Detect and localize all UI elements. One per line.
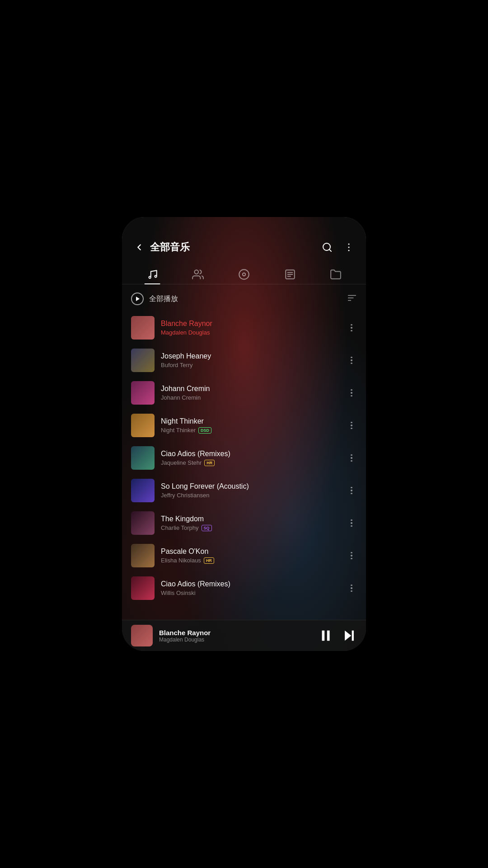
song-artist-row: Elisha NikolausHR <box>161 557 340 564</box>
song-more-button[interactable] <box>346 550 357 561</box>
song-thumbnail <box>131 479 155 502</box>
tab-playlists[interactable] <box>277 265 303 284</box>
song-thumbnail <box>131 414 155 437</box>
tab-artists[interactable] <box>185 265 211 284</box>
song-item[interactable]: Night ThinkerNight ThinkerDSD <box>122 409 366 442</box>
song-title: Johann Cremin <box>161 385 340 393</box>
header: 全部音乐 <box>122 217 366 261</box>
song-title: Night Thinker <box>161 417 340 425</box>
song-artist-row: Buford Terry <box>161 362 340 368</box>
now-playing-title: Blanche Raynor <box>159 629 312 637</box>
play-all-bar: 全部播放 <box>122 287 366 311</box>
song-more-button[interactable] <box>346 387 357 398</box>
phone-frame: 全部音乐 <box>122 217 366 651</box>
song-artist: Johann Cremin <box>161 394 201 401</box>
song-artist: Jeffry Christiansen <box>161 492 209 499</box>
song-more-button[interactable] <box>346 420 357 431</box>
song-artist-row: Jeffry Christiansen <box>161 492 340 499</box>
song-more-button[interactable] <box>346 355 357 366</box>
song-more-button[interactable] <box>346 322 357 333</box>
song-info: Blanche RaynorMagdalen Douglas <box>161 320 340 336</box>
song-item[interactable]: Blanche RaynorMagdalen Douglas <box>122 311 366 344</box>
play-all-button[interactable] <box>131 292 144 305</box>
song-title: Joseph Heaney <box>161 352 340 360</box>
header-left: 全部音乐 <box>133 241 190 254</box>
song-badge: DSD <box>198 427 211 434</box>
song-item[interactable]: Ciao Adios (Remixes)Jaqueline StehrHR <box>122 442 366 474</box>
page-title: 全部音乐 <box>150 241 190 254</box>
song-thumbnail <box>131 446 155 470</box>
tab-bar <box>122 261 366 284</box>
song-item[interactable]: Ciao Adios (Remixes)Willis Osinski <box>122 572 366 604</box>
song-title: Blanche Raynor <box>161 320 340 328</box>
more-menu-button[interactable] <box>343 241 355 254</box>
now-playing-thumb <box>131 625 153 646</box>
tab-albums[interactable] <box>231 265 257 284</box>
svg-point-6 <box>239 269 249 279</box>
song-thumbnail <box>131 349 155 372</box>
song-badge: HR <box>204 557 214 564</box>
song-title: Ciao Adios (Remixes) <box>161 450 340 458</box>
song-info: Night ThinkerNight ThinkerDSD <box>161 417 340 434</box>
now-playing-artist: Magdalen Douglas <box>159 637 312 643</box>
svg-marker-18 <box>345 631 351 641</box>
song-item[interactable]: Johann CreminJohann Cremin <box>122 377 366 409</box>
svg-point-5 <box>195 270 199 274</box>
tab-folders[interactable] <box>323 265 349 284</box>
svg-line-1 <box>329 250 331 251</box>
svg-rect-16 <box>322 631 325 641</box>
song-artist-row: Night ThinkerDSD <box>161 427 340 434</box>
song-item[interactable]: Joseph HeaneyBuford Terry <box>122 344 366 377</box>
svg-point-7 <box>243 273 246 276</box>
song-info: Ciao Adios (Remixes)Jaqueline StehrHR <box>161 450 340 466</box>
play-all-label: 全部播放 <box>149 294 178 304</box>
song-info: Joseph HeaneyBuford Terry <box>161 352 340 368</box>
song-title: The Kingdom <box>161 515 340 523</box>
sort-button[interactable] <box>347 293 357 305</box>
song-artist: Night Thinker <box>161 427 196 434</box>
song-title: So Long Forever (Acoustic) <box>161 482 340 491</box>
song-info: Johann CreminJohann Cremin <box>161 385 340 401</box>
song-thumbnail <box>131 544 155 567</box>
pause-button[interactable] <box>318 628 333 643</box>
playback-controls <box>318 628 357 643</box>
song-item[interactable]: So Long Forever (Acoustic)Jeffry Christi… <box>122 474 366 507</box>
song-more-button[interactable] <box>346 453 357 463</box>
song-item[interactable]: The KingdomCharlie TorphySQ <box>122 507 366 539</box>
song-thumbnail <box>131 316 155 340</box>
song-title: Pascale O'Kon <box>161 547 340 556</box>
song-thumbnail <box>131 511 155 535</box>
song-artist: Buford Terry <box>161 362 193 368</box>
song-badge: HR <box>204 460 215 466</box>
now-playing-bar: Blanche Raynor Magdalen Douglas <box>122 620 366 651</box>
song-info: Ciao Adios (Remixes)Willis Osinski <box>161 580 340 596</box>
song-info: So Long Forever (Acoustic)Jeffry Christi… <box>161 482 340 499</box>
song-more-button[interactable] <box>346 583 357 594</box>
song-artist-row: Johann Cremin <box>161 394 340 401</box>
song-badge: SQ <box>202 525 212 531</box>
song-artist: Charlie Torphy <box>161 524 199 531</box>
svg-rect-19 <box>352 631 354 641</box>
header-actions <box>321 241 355 254</box>
song-more-button[interactable] <box>346 485 357 496</box>
svg-marker-12 <box>136 297 140 301</box>
song-artist: Elisha Nikolaus <box>161 557 201 564</box>
tab-songs[interactable] <box>139 265 165 284</box>
app-content: 全部音乐 <box>122 217 366 651</box>
next-button[interactable] <box>342 628 357 643</box>
song-artist: Jaqueline Stehr <box>161 459 202 466</box>
back-button[interactable] <box>133 241 145 254</box>
song-artist-row: Willis Osinski <box>161 590 340 596</box>
song-artist: Willis Osinski <box>161 590 196 596</box>
song-thumbnail <box>131 381 155 405</box>
search-button[interactable] <box>321 241 333 254</box>
play-all-left: 全部播放 <box>131 292 178 305</box>
song-info: Pascale O'KonElisha NikolausHR <box>161 547 340 564</box>
svg-rect-17 <box>327 631 330 641</box>
song-artist: Magdalen Douglas <box>161 329 210 336</box>
song-more-button[interactable] <box>346 518 357 528</box>
svg-point-4 <box>348 250 350 251</box>
song-item[interactable]: Pascale O'KonElisha NikolausHR <box>122 539 366 572</box>
svg-point-3 <box>348 247 350 248</box>
song-artist-row: Jaqueline StehrHR <box>161 459 340 466</box>
